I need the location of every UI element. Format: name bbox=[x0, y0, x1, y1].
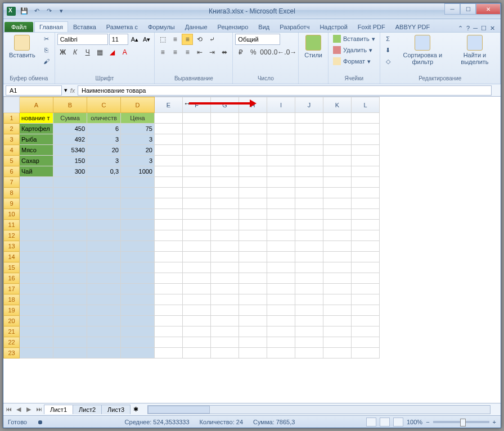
cell-A16[interactable] bbox=[20, 273, 53, 284]
cell-G5[interactable] bbox=[211, 156, 239, 166]
cell-G3[interactable] bbox=[211, 134, 239, 145]
cell-H9[interactable] bbox=[239, 198, 267, 209]
cell-A15[interactable] bbox=[20, 262, 53, 273]
cell-G19[interactable] bbox=[211, 305, 239, 316]
cell-B12[interactable] bbox=[53, 230, 87, 241]
cell-D13[interactable] bbox=[121, 241, 155, 252]
col-header-B[interactable]: B bbox=[53, 97, 87, 113]
formula-input[interactable]: Наименование товара bbox=[78, 85, 492, 96]
row-header-14[interactable]: 14 bbox=[4, 252, 20, 262]
cell-B14[interactable] bbox=[53, 252, 87, 262]
col-header-H[interactable]: H bbox=[239, 97, 267, 113]
save-button[interactable]: 💾 bbox=[19, 6, 29, 16]
cell-G13[interactable] bbox=[211, 241, 239, 252]
cell-I7[interactable] bbox=[267, 177, 295, 188]
cell-J2[interactable] bbox=[295, 124, 323, 134]
cell-H12[interactable] bbox=[239, 230, 267, 241]
cell-B22[interactable] bbox=[53, 337, 87, 348]
cell-H3[interactable] bbox=[239, 134, 267, 145]
cell-A22[interactable] bbox=[20, 337, 53, 348]
cell-B17[interactable] bbox=[53, 284, 87, 294]
cell-K19[interactable] bbox=[323, 305, 352, 316]
align-center-button[interactable]: ≡ bbox=[169, 47, 181, 58]
cell-E1[interactable] bbox=[155, 113, 183, 124]
cell-F17[interactable] bbox=[183, 284, 211, 294]
cell-D15[interactable] bbox=[121, 262, 155, 273]
col-header-F[interactable]: F bbox=[183, 97, 211, 113]
cell-G21[interactable] bbox=[211, 326, 239, 337]
cell-L4[interactable] bbox=[352, 145, 380, 156]
cell-A1[interactable]: нование т bbox=[20, 113, 53, 124]
zoom-out-button[interactable]: − bbox=[426, 419, 429, 425]
cell-H8[interactable] bbox=[239, 188, 267, 198]
cell-G1[interactable] bbox=[211, 113, 239, 124]
cell-H18[interactable] bbox=[239, 294, 267, 305]
cell-A7[interactable] bbox=[20, 177, 53, 188]
cell-J13[interactable] bbox=[295, 241, 323, 252]
cell-B3[interactable]: 492 bbox=[53, 134, 87, 145]
cell-L11[interactable] bbox=[352, 220, 380, 230]
fill-button[interactable]: ⬇ bbox=[382, 45, 394, 55]
close-button[interactable]: ✕ bbox=[476, 3, 501, 15]
cell-E23[interactable] bbox=[155, 348, 183, 359]
cell-F18[interactable] bbox=[183, 294, 211, 305]
cell-D3[interactable]: 3 bbox=[121, 134, 155, 145]
cell-B18[interactable] bbox=[53, 294, 87, 305]
cell-K8[interactable] bbox=[323, 188, 352, 198]
cell-E3[interactable] bbox=[155, 134, 183, 145]
cell-K4[interactable] bbox=[323, 145, 352, 156]
row-header-23[interactable]: 23 bbox=[4, 348, 20, 359]
cell-D1[interactable]: Цена bbox=[121, 113, 155, 124]
cell-B21[interactable] bbox=[53, 326, 87, 337]
zoom-slider[interactable] bbox=[433, 421, 489, 423]
cell-L3[interactable] bbox=[352, 134, 380, 145]
cell-E4[interactable] bbox=[155, 145, 183, 156]
tab-review[interactable]: Рецензиро bbox=[213, 21, 254, 32]
cell-J17[interactable] bbox=[295, 284, 323, 294]
cell-J11[interactable] bbox=[295, 220, 323, 230]
cell-I11[interactable] bbox=[267, 220, 295, 230]
cell-F6[interactable] bbox=[183, 166, 211, 177]
cell-B13[interactable] bbox=[53, 241, 87, 252]
cell-C15[interactable] bbox=[87, 262, 121, 273]
cell-K23[interactable] bbox=[323, 348, 352, 359]
cell-F4[interactable] bbox=[183, 145, 211, 156]
wrap-text-button[interactable]: ⤶ bbox=[206, 34, 218, 45]
cell-H21[interactable] bbox=[239, 326, 267, 337]
cell-B8[interactable] bbox=[53, 188, 87, 198]
cell-J20[interactable] bbox=[295, 316, 323, 326]
row-header-18[interactable]: 18 bbox=[4, 294, 20, 305]
sheet-tab-1[interactable]: Лист1 bbox=[44, 405, 73, 414]
cell-G7[interactable] bbox=[211, 177, 239, 188]
tab-insert[interactable]: Вставка bbox=[68, 21, 101, 32]
cell-B16[interactable] bbox=[53, 273, 87, 284]
row-header-6[interactable]: 6 bbox=[4, 166, 20, 177]
orientation-button[interactable]: ⟲ bbox=[194, 34, 205, 45]
row-header-11[interactable]: 11 bbox=[4, 220, 20, 230]
new-sheet-button[interactable]: ✱ bbox=[130, 406, 142, 413]
italic-button[interactable]: К bbox=[70, 47, 81, 58]
row-header-19[interactable]: 19 bbox=[4, 305, 20, 316]
cell-C16[interactable] bbox=[87, 273, 121, 284]
grid-scroll[interactable]: ABCDEFGHIJKL 1нование тСуммаоличествЦена… bbox=[3, 97, 501, 403]
cell-E9[interactable] bbox=[155, 198, 183, 209]
tab-foxit[interactable]: Foxit PDF bbox=[353, 21, 390, 32]
row-header-5[interactable]: 5 bbox=[4, 156, 20, 166]
tab-formulas[interactable]: Формулы bbox=[143, 21, 180, 32]
delete-cells-button[interactable]: Удалить ▾ bbox=[331, 45, 377, 55]
col-header-L[interactable]: L bbox=[352, 97, 380, 113]
cell-H4[interactable] bbox=[239, 145, 267, 156]
cell-F3[interactable] bbox=[183, 134, 211, 145]
cell-L2[interactable] bbox=[352, 124, 380, 134]
cell-L23[interactable] bbox=[352, 348, 380, 359]
cell-C17[interactable] bbox=[87, 284, 121, 294]
cell-E2[interactable] bbox=[155, 124, 183, 134]
cell-F1[interactable] bbox=[183, 113, 211, 124]
cell-K20[interactable] bbox=[323, 316, 352, 326]
cell-J6[interactable] bbox=[295, 166, 323, 177]
cell-G20[interactable] bbox=[211, 316, 239, 326]
ribbon-minimize-icon[interactable]: ⌃ bbox=[458, 25, 463, 32]
cell-E16[interactable] bbox=[155, 273, 183, 284]
cell-I22[interactable] bbox=[267, 337, 295, 348]
cut-button[interactable]: ✂ bbox=[41, 34, 52, 44]
